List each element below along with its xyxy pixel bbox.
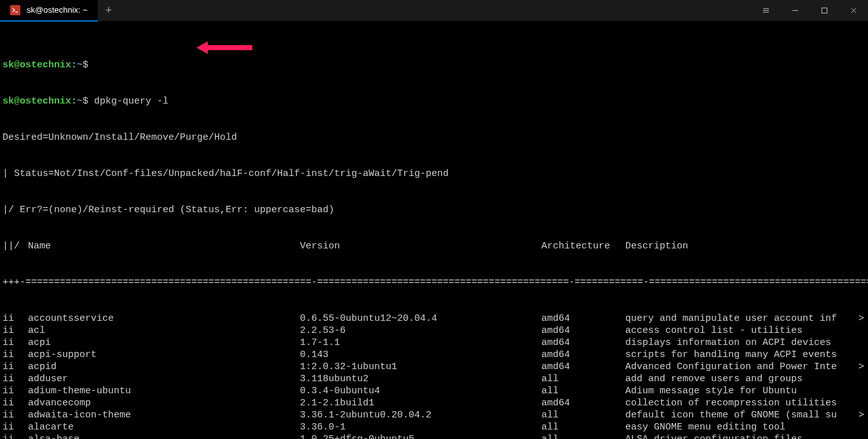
hamburger-icon[interactable]	[751, 0, 780, 22]
terminal-tab[interactable]: sk@ostechnix: ~	[0, 0, 98, 22]
terminal-body[interactable]: sk@ostechnix:~$ sk@ostechnix:~$ dpkg-que…	[0, 22, 868, 439]
close-button[interactable]	[839, 0, 868, 22]
window-controls	[751, 0, 868, 22]
titlebar: sk@ostechnix: ~ +	[0, 0, 868, 22]
svg-rect-5	[822, 8, 827, 13]
prompt-line-1: sk@ostechnix:~$	[3, 59, 865, 71]
package-row: iiacpi-support0.143amd64scripts for hand…	[3, 349, 865, 361]
package-row: iiadvancecomp2.1-2.1build1amd64collectio…	[3, 397, 865, 409]
header-line-1: Desired=Unknown/Install/Remove/Purge/Hol…	[3, 132, 865, 144]
annotation-arrow	[196, 41, 252, 54]
package-row: iialsa-base1.0.25+dfsg-0ubuntu5allALSA d…	[3, 433, 865, 439]
package-row: iiacpid1:2.0.32-1ubuntu1amd64Advanced Co…	[3, 361, 865, 373]
header-line-2: | Status=Not/Inst/Conf-files/Unpacked/ha…	[3, 168, 865, 180]
package-row: iiaccountsservice0.6.55-0ubuntu12~20.04.…	[3, 313, 865, 325]
prompt-line-2: sk@ostechnix:~$ dpkg-query -l	[3, 95, 865, 107]
package-row: iialacarte3.36.0-1alleasy GNOME menu edi…	[3, 421, 865, 433]
package-row: iiadduser3.118ubuntu2alladd and remove u…	[3, 373, 865, 385]
column-headers: ||/NameVersionArchitectureDescription	[3, 240, 865, 252]
package-row: iiadwaita-icon-theme3.36.1-2ubuntu0.20.0…	[3, 409, 865, 421]
minimize-button[interactable]	[780, 0, 810, 22]
command-text: dpkg-query -l	[94, 96, 168, 107]
package-row: iiacl2.2.53-6amd64access control list - …	[3, 325, 865, 337]
tab-title: sk@ostechnix: ~	[27, 5, 88, 15]
package-list: iiaccountsservice0.6.55-0ubuntu12~20.04.…	[3, 313, 865, 439]
package-row: iiacpi1.7-1.1amd64displays information o…	[3, 337, 865, 349]
new-tab-button[interactable]: +	[98, 4, 119, 17]
header-line-3: |/ Err?=(none)/Reinst-required (Status,E…	[3, 204, 865, 216]
separator-line: +++-====================================…	[3, 276, 865, 288]
terminal-icon	[10, 5, 20, 15]
package-row: iiadium-theme-ubuntu0.3.4-0ubuntu4allAdi…	[3, 385, 865, 397]
maximize-button[interactable]	[810, 0, 839, 22]
